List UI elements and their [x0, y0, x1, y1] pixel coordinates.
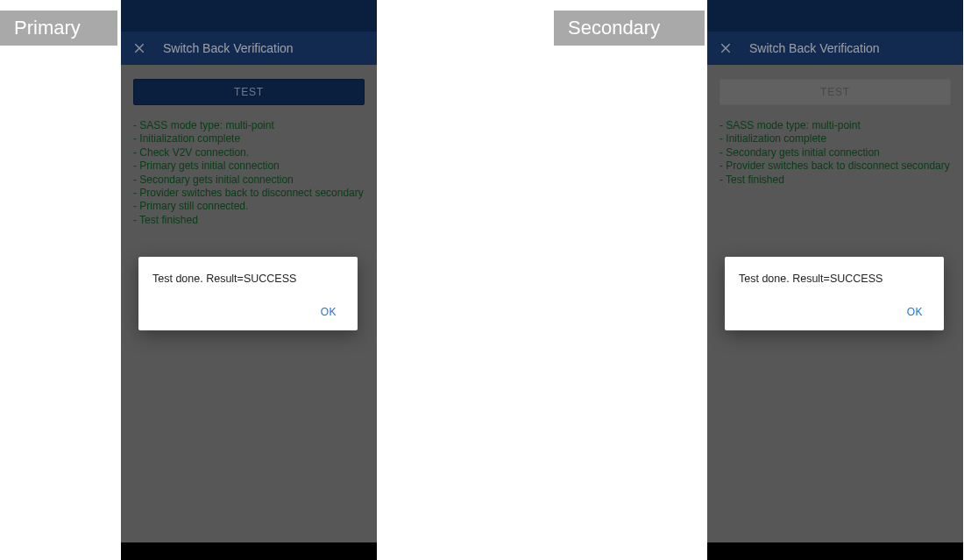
phone-primary: Switch Back Verification TEST - SASS mod…: [121, 0, 377, 560]
dialog-message: Test done. Result=SUCCESS: [739, 273, 930, 285]
dialog-message: Test done. Result=SUCCESS: [152, 273, 344, 285]
result-dialog: Test done. Result=SUCCESS OK: [725, 257, 944, 330]
nav-bar: [121, 542, 377, 560]
nav-bar: [707, 542, 963, 560]
dialog-ok-button[interactable]: OK: [314, 301, 344, 323]
label-secondary: Secondary: [554, 11, 705, 46]
result-dialog: Test done. Result=SUCCESS OK: [138, 257, 358, 330]
label-primary: Primary: [0, 11, 117, 46]
phone-secondary: Switch Back Verification TEST - SASS mod…: [707, 0, 963, 560]
dialog-ok-button[interactable]: OK: [900, 301, 930, 323]
